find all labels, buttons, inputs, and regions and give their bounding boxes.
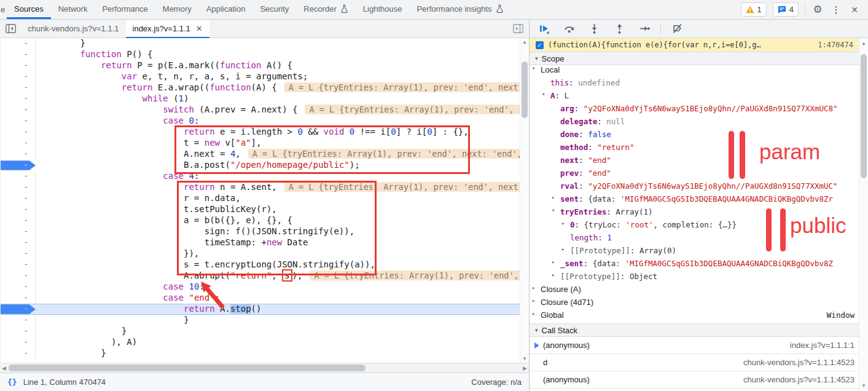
code-line[interactable]: - return e = i.length > 0 && void 0 !== … xyxy=(1,127,529,138)
line-gutter[interactable]: - xyxy=(1,149,36,160)
top-tab-partial[interactable]: e xyxy=(0,0,7,19)
deactivate-breakpoints-button[interactable] xyxy=(671,23,682,34)
editor-vscroll-thumb[interactable] xyxy=(522,61,528,118)
code-line[interactable]: - case 4: xyxy=(1,171,529,182)
chevron-right-icon[interactable]: ▸ xyxy=(552,194,560,207)
editor-vertical-scrollbar[interactable]: ▲ ▼ xyxy=(520,38,529,363)
scope-row-next[interactable]: next: "end" xyxy=(530,156,868,168)
scope-row-method[interactable]: method: "return" xyxy=(530,143,868,156)
code-line[interactable]: - while (1) xyxy=(1,93,529,105)
chevron-down-icon[interactable]: ▾ xyxy=(542,91,550,104)
scope-row-closure-4d71-[interactable]: ▸Closure (4d71) xyxy=(530,298,868,310)
top-tab-security[interactable]: Security xyxy=(252,0,296,19)
scroll-left-icon[interactable]: ◀ xyxy=(2,365,6,371)
line-gutter[interactable]: - xyxy=(1,348,36,359)
code-line[interactable]: - } xyxy=(1,315,529,326)
code-line[interactable]: - var e, t, n, r, a, s, i = arguments; xyxy=(1,71,529,82)
code-line[interactable]: - }), xyxy=(1,248,529,259)
file-tab-index-js-v-1-1-1[interactable]: index.js?v=1.1.1✕ xyxy=(126,20,209,38)
code-line-text[interactable]: a = b(b({}, e), {}, { xyxy=(36,215,529,226)
scope-row-arg[interactable]: arg: "y2QFoXNa0dYjTs6N6wayS1BEjo8yQhn//P… xyxy=(530,104,868,117)
code-line-text[interactable]: sign: f()(JSON.stringify(e)), xyxy=(36,226,529,237)
code-line[interactable]: - timeStamp: +new Date xyxy=(1,237,529,248)
code-line[interactable]: - ), A) xyxy=(1,337,529,348)
settings-gear-icon[interactable]: ⚙ xyxy=(811,3,824,16)
scroll-up-icon[interactable]: ▲ xyxy=(859,41,868,46)
code-line-text[interactable]: return n = A.sent,A = L {tryEntries: Arr… xyxy=(36,182,529,193)
scope-section-header[interactable]: ▾ Scope xyxy=(530,52,868,65)
code-line[interactable]: - t.setPublicKey(r), xyxy=(1,204,529,215)
code-line[interactable]: - case 0: xyxy=(1,116,529,127)
scope-row-a[interactable]: ▾A: L xyxy=(530,91,868,104)
top-tab-sources[interactable]: Sources xyxy=(7,0,51,19)
scroll-down-icon[interactable]: ▼ xyxy=(859,383,868,389)
code-line-text[interactable]: return E.a.wrap((function(A) {A = L {try… xyxy=(36,82,529,93)
line-gutter[interactable]: - xyxy=(1,204,36,215)
breakpoint-checkbox[interactable]: ✓ xyxy=(536,41,544,49)
scope-row-global[interactable]: ▸GlobalWindow xyxy=(530,310,868,323)
code-line[interactable]: - return P = p(E.a.mark((function A() { xyxy=(1,60,529,71)
call-stack-frame[interactable]: (anonymous)chunk-vendors.js?v=1.1.1:4523 xyxy=(530,371,868,389)
line-gutter[interactable]: - xyxy=(1,71,36,82)
code-line-text[interactable]: B.a.post("/open/homepage/public"); xyxy=(36,160,529,171)
code-line-text[interactable]: s = t.encryptLong(JSON.stringify(a)), xyxy=(36,259,529,271)
scope-row--prototype-[interactable]: ▸[[Prototype]]: Array(0) xyxy=(530,246,868,259)
code-line[interactable]: - case "end": xyxy=(1,293,529,304)
code-line-text[interactable]: timeStamp: +new Date xyxy=(36,237,529,248)
step-out-button[interactable] xyxy=(614,23,625,34)
code-line-text[interactable]: A.abrupt("return", s);A = L {tryEntries:… xyxy=(36,271,529,282)
code-line-text[interactable]: function P() { xyxy=(36,49,529,60)
code-line[interactable]: - B.a.post("/open/homepage/public"); xyxy=(1,160,529,171)
line-gutter[interactable]: - xyxy=(1,60,36,71)
code-line[interactable]: - sign: f()(JSON.stringify(e)), xyxy=(1,226,529,237)
code-line[interactable]: - return E.a.wrap((function(A) {A = L {t… xyxy=(1,82,529,93)
close-tab-icon[interactable]: ✕ xyxy=(196,24,203,33)
chevron-right-icon[interactable]: ▸ xyxy=(532,310,541,323)
file-tab-chunk-vendors-js-v-1-1-1[interactable]: chunk-vendors.js?v=1.1.1 xyxy=(21,20,126,38)
code-line-text[interactable]: var e, t, n, r, a, s, i = arguments; xyxy=(36,71,529,82)
pretty-print-icon[interactable]: {} xyxy=(7,377,17,387)
call-stack-frame[interactable]: dchunk-vendors.js?v=1.1.1:4523 xyxy=(530,354,868,371)
close-devtools-icon[interactable]: ✕ xyxy=(848,5,861,15)
line-gutter[interactable]: - xyxy=(1,293,36,304)
code-line[interactable]: - } xyxy=(1,38,529,49)
code-line-text[interactable]: A.next = 4,A = L {tryEntries: Array(1), … xyxy=(36,149,529,160)
code-editor[interactable]: - }- function P() {- return P = p(E.a.ma… xyxy=(0,38,529,363)
top-tab-performance-insights[interactable]: Performance insights xyxy=(409,0,510,19)
code-line-text[interactable]: t = new v["a"], xyxy=(36,138,529,149)
code-line[interactable]: - A.next = 4,A = L {tryEntries: Array(1)… xyxy=(1,149,529,160)
line-gutter[interactable]: - xyxy=(1,237,36,248)
call-stack-frame[interactable]: (anonymous)index.js?v=1.1.1:1 xyxy=(530,337,868,354)
scope-row-delegate[interactable]: delegate: null xyxy=(530,117,868,130)
call-stack-section-header[interactable]: ▾ Call Stack xyxy=(530,323,868,337)
top-tab-application[interactable]: Application xyxy=(199,0,253,19)
code-line-text[interactable]: ), A) xyxy=(36,337,529,348)
frame-location-link[interactable]: chunk-vendors.js?v=1.1.1:4523 xyxy=(743,375,854,384)
scope-row--sent[interactable]: ▸_sent: {data: 'MIGfMA0GCSqGSIb3DQEBAQUA… xyxy=(530,259,868,272)
line-gutter[interactable]: - xyxy=(1,248,36,259)
scope-row-0[interactable]: ▸0: {tryLoc: 'root', completion: {…}} xyxy=(530,220,868,233)
scope-row-done[interactable]: done: false xyxy=(530,130,868,143)
line-gutter[interactable]: - xyxy=(1,193,36,204)
line-gutter[interactable]: - xyxy=(1,93,36,105)
toggle-debugger-sidebar-icon[interactable] xyxy=(507,24,529,33)
top-tab-memory[interactable]: Memory xyxy=(155,0,199,19)
sidebar-vertical-scrollbar[interactable]: ▲ ▼ xyxy=(859,38,868,391)
code-line-text[interactable]: case 0: xyxy=(36,116,529,127)
more-options-icon[interactable]: ⋮ xyxy=(830,4,842,15)
line-gutter[interactable]: - xyxy=(1,182,36,193)
code-line[interactable]: - function P() { xyxy=(1,49,529,60)
chevron-right-icon[interactable]: ▸ xyxy=(532,298,541,310)
line-gutter[interactable]: - xyxy=(1,315,36,326)
line-gutter[interactable]: - xyxy=(1,116,36,127)
code-line-text[interactable]: return e = i.length > 0 && void 0 !== i[… xyxy=(36,127,529,138)
chevron-right-icon[interactable]: ▸ xyxy=(552,259,560,272)
code-line[interactable]: - t = new v["a"], xyxy=(1,138,529,149)
breakpoint-location[interactable]: 1:470474 xyxy=(818,41,853,49)
code-line[interactable]: - return A.stop() xyxy=(1,304,529,315)
top-tab-performance[interactable]: Performance xyxy=(95,0,155,19)
code-line-text[interactable]: case 10: xyxy=(36,282,529,293)
toggle-navigator-icon[interactable] xyxy=(0,20,21,38)
code-line[interactable]: - A.abrupt("return", s);A = L {tryEntrie… xyxy=(1,271,529,282)
scope-row-sent[interactable]: ▸sent: {data: 'MIGfMA0GCSqGSIb3DQEBAQUAA… xyxy=(530,194,868,207)
